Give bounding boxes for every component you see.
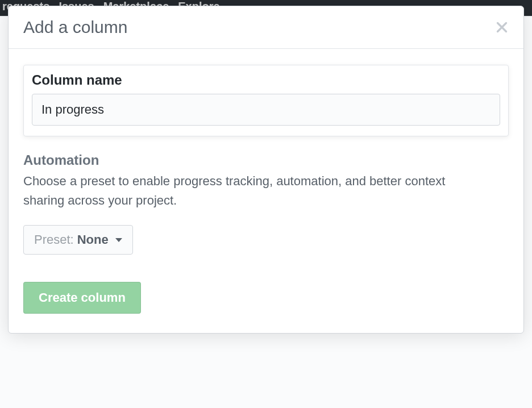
column-name-label: Column name [32, 72, 500, 88]
automation-description: Choose a preset to enable progress track… [23, 172, 489, 210]
create-column-button[interactable]: Create column [23, 282, 141, 314]
chevron-down-icon [115, 238, 122, 242]
modal-body: Column name Automation Choose a preset t… [9, 49, 523, 333]
automation-heading: Automation [23, 152, 509, 168]
preset-value: None [77, 232, 109, 247]
preset-select[interactable]: Preset: None [23, 225, 133, 255]
close-icon[interactable] [495, 20, 509, 34]
column-name-card: Column name [23, 65, 509, 136]
modal-header: Add a column [9, 6, 523, 49]
modal-title: Add a column [23, 18, 127, 37]
add-column-modal: Add a column Column name Automation Choo… [8, 6, 524, 334]
column-name-input[interactable] [32, 94, 500, 126]
preset-prefix: Preset: [34, 232, 74, 247]
